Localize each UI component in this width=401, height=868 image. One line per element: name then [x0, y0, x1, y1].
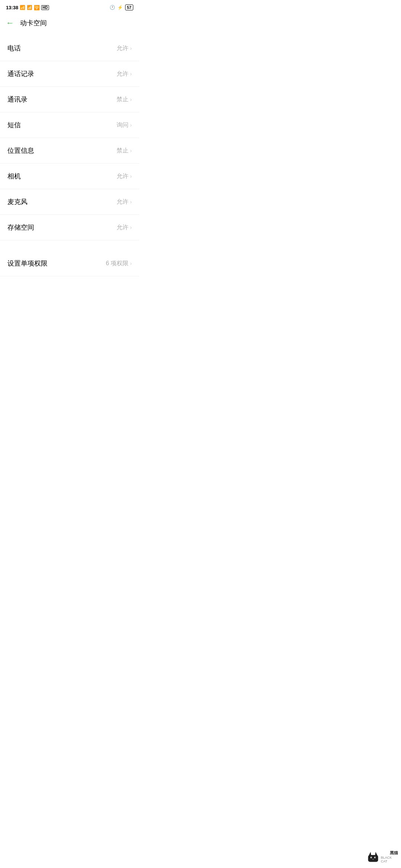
item-right-1: 允许 › — [117, 70, 132, 78]
item-right-7: 允许 › — [117, 224, 132, 231]
item-label-1: 通话记录 — [7, 69, 34, 78]
item-right-5: 允许 › — [117, 172, 132, 180]
battery: 57 — [125, 4, 133, 10]
item-chevron-3: › — [130, 122, 132, 128]
item-label-5: 相机 — [7, 172, 21, 181]
settings-item-3[interactable]: 短信 询问 › — [0, 112, 139, 138]
single-permission-label: 设置单项权限 — [7, 259, 48, 268]
item-value-1: 允许 — [117, 70, 128, 78]
item-chevron-7: › — [130, 224, 132, 230]
item-chevron-4: › — [130, 148, 132, 154]
settings-item-4[interactable]: 位置信息 禁止 › — [0, 138, 139, 164]
item-label-0: 电话 — [7, 44, 21, 53]
settings-item-0[interactable]: 电话 允许 › — [0, 36, 139, 61]
clock-icon: 🕐 — [110, 5, 115, 10]
item-right-6: 允许 › — [117, 198, 132, 206]
nav-bar: ← 动卡空间 — [0, 13, 139, 33]
single-permission-value: 6 项权限 — [106, 260, 128, 267]
item-value-4: 禁止 — [117, 147, 128, 155]
settings-item-1[interactable]: 通话记录 允许 › — [0, 61, 139, 87]
item-chevron-5: › — [130, 173, 132, 179]
status-bar: 13:38 📶 📶 🛜 HD 🕐 ⚡ 57 — [0, 0, 139, 13]
hd-badge: HD — [41, 5, 49, 10]
settings-item-6[interactable]: 麦克风 允许 › — [0, 189, 139, 215]
item-value-7: 允许 — [117, 224, 128, 231]
item-value-3: 询问 — [117, 121, 128, 129]
settings-item-7[interactable]: 存储空间 允许 › — [0, 215, 139, 240]
item-chevron-2: › — [130, 96, 132, 102]
status-left: 13:38 📶 📶 🛜 HD — [6, 5, 49, 10]
item-label-4: 位置信息 — [7, 146, 34, 155]
group-divider — [0, 240, 139, 248]
item-right-3: 询问 › — [117, 121, 132, 129]
item-value-0: 允许 — [117, 45, 128, 52]
item-right-0: 允许 › — [117, 45, 132, 52]
back-button[interactable]: ← — [6, 18, 14, 28]
signal-icon2: 📶 — [27, 5, 32, 10]
item-label-6: 麦克风 — [7, 197, 27, 206]
item-label-2: 通讯录 — [7, 95, 27, 104]
settings-item-5[interactable]: 相机 允许 › — [0, 164, 139, 189]
settings-item-2[interactable]: 通讯录 禁止 › — [0, 87, 139, 112]
single-permission-right: 6 项权限 › — [106, 260, 132, 267]
signal-icon: 📶 — [20, 5, 25, 10]
single-permission-section: 设置单项权限 6 项权限 › — [0, 251, 139, 276]
item-value-6: 允许 — [117, 198, 128, 206]
item-chevron-0: › — [130, 45, 132, 51]
item-value-5: 允许 — [117, 172, 128, 180]
item-chevron-1: › — [130, 71, 132, 77]
settings-list: 电话 允许 › 通话记录 允许 › 通讯录 禁止 › 短信 询问 › 位 — [0, 36, 139, 240]
item-chevron-6: › — [130, 199, 132, 205]
item-value-2: 禁止 — [117, 96, 128, 103]
item-right-2: 禁止 › — [117, 96, 132, 103]
item-label-3: 短信 — [7, 121, 21, 129]
wifi-icon: 🛜 — [34, 5, 40, 10]
time: 13:38 — [6, 5, 18, 10]
single-permission-item[interactable]: 设置单项权限 6 项权限 › — [0, 251, 139, 276]
item-label-7: 存储空间 — [7, 223, 34, 232]
single-permission-chevron: › — [130, 260, 132, 266]
status-right: 🕐 ⚡ 57 — [110, 4, 133, 10]
page-title: 动卡空间 — [20, 19, 47, 27]
bluetooth-icon: ⚡ — [117, 5, 123, 10]
item-right-4: 禁止 › — [117, 147, 132, 155]
